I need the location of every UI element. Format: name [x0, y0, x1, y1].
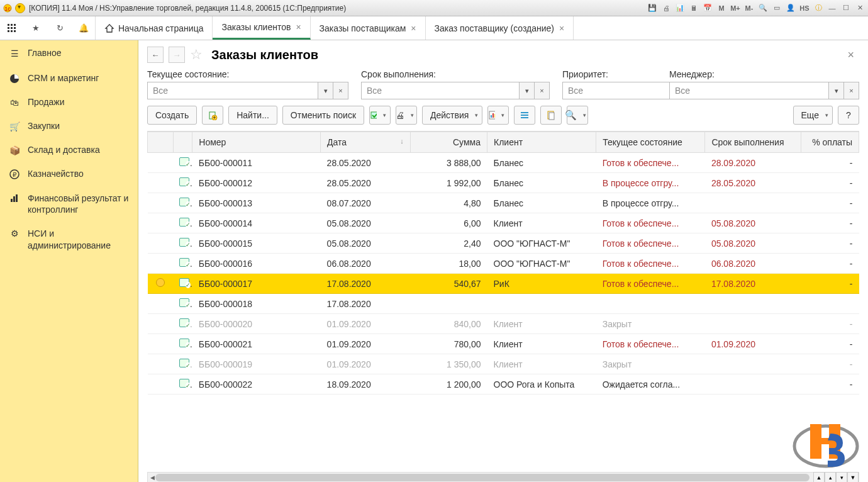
minimize-icon[interactable]: — [826, 3, 838, 13]
sidebar-item-sales[interactable]: 🛍Продажи [0, 91, 138, 115]
status-button[interactable]: ▾ [369, 106, 391, 125]
find-button[interactable]: Найти... [228, 106, 277, 125]
actions-button[interactable]: Действия▾ [422, 106, 482, 125]
svg-rect-14 [11, 199, 13, 202]
favorite-star-icon[interactable]: ★ [24, 16, 48, 40]
scroll-bottom-icon[interactable]: ▼ [847, 472, 859, 482]
col-number[interactable]: Номер [192, 132, 321, 153]
col-sum[interactable]: Сумма [410, 132, 487, 153]
dropdown-icon[interactable]: ▾ [520, 82, 535, 99]
more-button[interactable]: Еще▾ [793, 106, 833, 125]
cell-number: ББ00-000017 [192, 274, 321, 294]
list-view-button[interactable] [514, 106, 535, 125]
sidebar-item-label: Продажи [28, 97, 64, 107]
table-row[interactable]: ББ00-00001606.08.202018,00ООО "ЮГНАСТ-М"… [148, 254, 859, 274]
reports-button[interactable]: ▾ [487, 106, 509, 125]
table-row[interactable]: ББ00-00001901.09.20201 350,00КлиентЗакры… [148, 354, 859, 374]
notifications-bell-icon[interactable]: 🔔 [72, 16, 96, 40]
table-row[interactable]: ББ00-00001128.05.20203 888,00БланесГотов… [148, 153, 859, 173]
clear-filter-icon[interactable]: × [333, 82, 348, 99]
table-row[interactable]: ББ00-00002001.09.2020840,00КлиентЗакрыт- [148, 314, 859, 334]
save-icon[interactable]: 💾 [647, 3, 658, 13]
table-row[interactable]: ББ00-00002101.09.2020780,00КлиентГотов к… [148, 334, 859, 354]
tab-close-icon[interactable]: × [559, 23, 564, 33]
memory-mminus[interactable]: M- [743, 3, 755, 13]
maximize-icon[interactable]: ☐ [840, 3, 852, 13]
scroll-thumb[interactable] [155, 474, 810, 481]
sidebar-item-warehouse[interactable]: 📦Склад и доставка [0, 138, 138, 162]
col-status[interactable]: Текущее состояние [596, 132, 705, 153]
scroll-up-icon[interactable]: ▴ [825, 472, 836, 482]
close-window-icon[interactable]: ✕ [854, 3, 865, 13]
cell-sum: 18,00 [410, 254, 487, 274]
table-row[interactable]: ББ00-00001505.08.20202,40ООО "ЮГНАСТ-М"Г… [148, 233, 859, 254]
app-menu-dropdown[interactable] [15, 3, 25, 13]
tab-home[interactable]: Начальная страница [96, 16, 213, 40]
calculator-icon[interactable]: 🖩 [688, 3, 699, 13]
scroll-top-icon[interactable]: ▲ [813, 472, 825, 482]
tab-close-icon[interactable]: × [296, 22, 301, 32]
svg-rect-29 [549, 113, 554, 120]
copy-button[interactable]: + [202, 106, 223, 125]
favorite-page-icon[interactable]: ☆ [190, 47, 203, 63]
help-button[interactable]: ? [838, 106, 859, 125]
user-icon[interactable]: 👤 [785, 3, 796, 13]
user-name[interactable]: HS [799, 3, 810, 13]
info-icon[interactable]: ⓘ [813, 3, 824, 13]
apps-grid-icon[interactable] [0, 16, 24, 40]
page-close-icon[interactable]: × [842, 48, 859, 62]
col-indicator[interactable] [148, 132, 174, 153]
print-button[interactable]: 🖨▾ [396, 106, 417, 125]
col-date[interactable]: Дата↓ [321, 132, 411, 153]
col-icon[interactable] [173, 132, 192, 153]
search-button[interactable]: 🔍▾ [567, 106, 588, 125]
table-row[interactable]: ББ00-00001717.08.2020540,67РиКГотов к об… [148, 274, 859, 294]
filter-manager-input[interactable] [669, 82, 829, 99]
tab-close-icon[interactable]: × [411, 23, 416, 33]
print-preview-icon[interactable]: 🖨 [660, 3, 672, 13]
svg-rect-25 [521, 112, 528, 113]
clear-filter-icon[interactable]: × [844, 82, 859, 99]
nav-back-button[interactable]: ← [147, 47, 164, 63]
filter-priority-input[interactable] [562, 82, 684, 99]
sidebar-item-purchases[interactable]: 🛒Закупки [0, 115, 138, 138]
sidebar-item-finance[interactable]: Финансовый результат и контроллинг [0, 186, 138, 221]
col-due[interactable]: Срок выполнения [705, 132, 801, 153]
table-row[interactable]: ББ00-00001228.05.20201 992,00БланесВ про… [148, 173, 859, 193]
history-icon[interactable]: ↻ [48, 16, 72, 40]
table-row[interactable]: ББ00-00001405.08.20206,00КлиентГотов к о… [148, 213, 859, 233]
tab-supplier-order-create[interactable]: Заказ поставщику (создание) × [426, 16, 574, 40]
sidebar-item-treasury[interactable]: ₽Казначейство [0, 162, 138, 186]
memory-mplus[interactable]: M+ [730, 3, 741, 13]
sidebar-item-crm[interactable]: CRM и маркетинг [0, 67, 138, 91]
zoom-icon[interactable]: 🔍 [757, 3, 769, 13]
sidebar-menu-toggle[interactable]: ☰Главное [0, 40, 138, 67]
filter-state-input[interactable] [147, 82, 318, 99]
export-button[interactable] [540, 106, 562, 125]
dropdown-icon[interactable]: ▾ [318, 82, 333, 99]
col-client[interactable]: Клиент [487, 132, 596, 153]
filter-due-input[interactable] [361, 82, 520, 99]
tab-orders-suppliers[interactable]: Заказы поставщикам × [311, 16, 426, 40]
tab-home-label: Начальная страница [118, 23, 203, 33]
create-button[interactable]: Создать [147, 106, 197, 125]
panel-icon[interactable]: ▭ [771, 3, 782, 13]
col-pay[interactable]: % оплаты [801, 132, 859, 153]
row-indicator [148, 294, 174, 314]
table-row[interactable]: ББ00-00002218.09.20201 200,00ООО Рога и … [148, 374, 859, 395]
tab-orders-clients[interactable]: Заказы клиентов × [213, 16, 310, 40]
cell-status: Готов к обеспече... [596, 233, 705, 254]
calendar-icon[interactable]: 📅 [702, 3, 713, 13]
memory-m[interactable]: M [716, 3, 727, 13]
table-row[interactable]: ББ00-00001817.08.2020 [148, 294, 859, 314]
sidebar-item-admin[interactable]: ⚙НСИ и администрирование [0, 221, 138, 257]
dropdown-icon[interactable]: ▾ [829, 82, 844, 99]
nav-forward-button[interactable]: → [169, 47, 185, 63]
horizontal-scrollbar[interactable]: ◀ ▶ ▲ ▴ ▾ ▼ [147, 472, 859, 482]
cell-status: Готов к обеспече... [596, 334, 705, 354]
cancel-search-button[interactable]: Отменить поиск [282, 106, 364, 125]
clear-filter-icon[interactable]: × [535, 82, 550, 99]
compare-icon[interactable]: 📊 [674, 3, 686, 13]
scroll-down-icon[interactable]: ▾ [836, 472, 847, 482]
table-row[interactable]: ББ00-00001308.07.20204,80БланесВ процесс… [148, 193, 859, 213]
